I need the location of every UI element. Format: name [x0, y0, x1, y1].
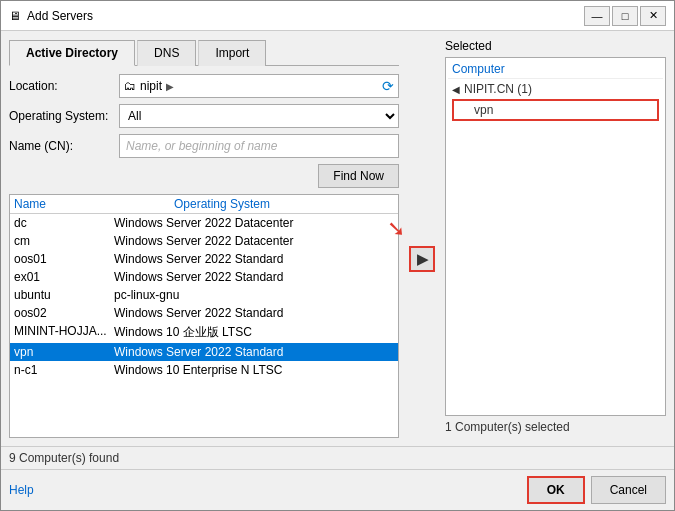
selected-area: Computer ◀ NIPIT.CN (1) vpn: [445, 57, 666, 416]
add-servers-window: 🖥 Add Servers — □ ✕ Active Directory DNS…: [0, 0, 675, 511]
col-os-header[interactable]: Operating System: [114, 197, 394, 211]
window-icon: 🖥: [9, 9, 21, 23]
footer-buttons: OK Cancel: [527, 476, 666, 504]
location-label: Location:: [9, 79, 119, 93]
location-row: Location: 🗂 nipit ▶ ⟳: [9, 74, 399, 98]
help-link[interactable]: Help: [9, 483, 34, 497]
selected-label: Selected: [445, 39, 666, 53]
location-folder-icon: 🗂: [124, 79, 136, 93]
name-row: Name (CN):: [9, 134, 399, 158]
name-input-wrapper: [119, 134, 399, 158]
tree-group-text: NIPIT.CN (1): [464, 82, 532, 96]
cancel-button[interactable]: Cancel: [591, 476, 666, 504]
tab-import[interactable]: Import: [198, 40, 266, 66]
transfer-area: ➘ ▶: [407, 39, 437, 438]
status-right: 1 Computer(s) selected: [445, 416, 666, 438]
result-row[interactable]: n-c1 Windows 10 Enterprise N LTSC: [10, 361, 398, 379]
title-bar-left: 🖥 Add Servers: [9, 9, 93, 23]
find-now-button[interactable]: Find Now: [318, 164, 399, 188]
os-label: Operating System:: [9, 109, 119, 123]
tree-group: ◀ NIPIT.CN (1) vpn: [448, 79, 663, 125]
result-row[interactable]: dc Windows Server 2022 Datacenter: [10, 214, 398, 232]
tree-item[interactable]: vpn: [452, 99, 659, 121]
os-select-wrapper: All: [119, 104, 399, 128]
right-panel: Selected Computer ◀ NIPIT.CN (1) vpn 1 C…: [445, 39, 666, 438]
status-left: 9 Computer(s) found: [9, 451, 119, 465]
content-area: Active Directory DNS Import Location: 🗂 …: [1, 31, 674, 446]
location-field[interactable]: 🗂 nipit ▶ ⟳: [119, 74, 399, 98]
tree-collapse-icon: ◀: [452, 84, 460, 95]
tree-group-label: ◀ NIPIT.CN (1): [452, 81, 659, 97]
result-row[interactable]: oos02 Windows Server 2022 Standard: [10, 304, 398, 322]
name-label: Name (CN):: [9, 139, 119, 153]
result-row[interactable]: ubuntu pc-linux-gnu: [10, 286, 398, 304]
location-inner: 🗂 nipit ▶: [124, 79, 174, 93]
result-row[interactable]: oos01 Windows Server 2022 Standard: [10, 250, 398, 268]
refresh-icon[interactable]: ⟳: [382, 78, 394, 94]
maximize-button[interactable]: □: [612, 6, 638, 26]
find-now-row: Find Now: [9, 164, 399, 188]
minimize-button[interactable]: —: [584, 6, 610, 26]
computer-col-header[interactable]: Computer: [448, 60, 663, 79]
results-header: Name Operating System: [10, 195, 398, 214]
results-area: Name Operating System dc Windows Server …: [9, 194, 399, 438]
os-row: Operating System: All: [9, 104, 399, 128]
tree-item-text: vpn: [474, 103, 493, 117]
title-bar: 🖥 Add Servers — □ ✕: [1, 1, 674, 31]
tab-active-directory[interactable]: Active Directory: [9, 40, 135, 66]
location-arrow-icon: ▶: [166, 81, 174, 92]
result-row[interactable]: cm Windows Server 2022 Datacenter: [10, 232, 398, 250]
title-bar-controls: — □ ✕: [584, 6, 666, 26]
close-button[interactable]: ✕: [640, 6, 666, 26]
result-row[interactable]: MININT-HOJJA... Windows 10 企业版 LTSC: [10, 322, 398, 343]
ok-button[interactable]: OK: [527, 476, 585, 504]
result-row[interactable]: ex01 Windows Server 2022 Standard: [10, 268, 398, 286]
left-panel: Active Directory DNS Import Location: 🗂 …: [9, 39, 399, 438]
status-bar: 9 Computer(s) found: [1, 446, 674, 469]
location-value: nipit: [140, 79, 162, 93]
window-title: Add Servers: [27, 9, 93, 23]
name-input[interactable]: [119, 134, 399, 158]
result-row-selected[interactable]: vpn Windows Server 2022 Standard: [10, 343, 398, 361]
transfer-button[interactable]: ▶: [409, 246, 435, 272]
os-select[interactable]: All: [119, 104, 399, 128]
tab-dns[interactable]: DNS: [137, 40, 196, 66]
footer: Help OK Cancel: [1, 469, 674, 510]
tab-bar: Active Directory DNS Import: [9, 39, 399, 66]
col-name-header[interactable]: Name: [14, 197, 114, 211]
